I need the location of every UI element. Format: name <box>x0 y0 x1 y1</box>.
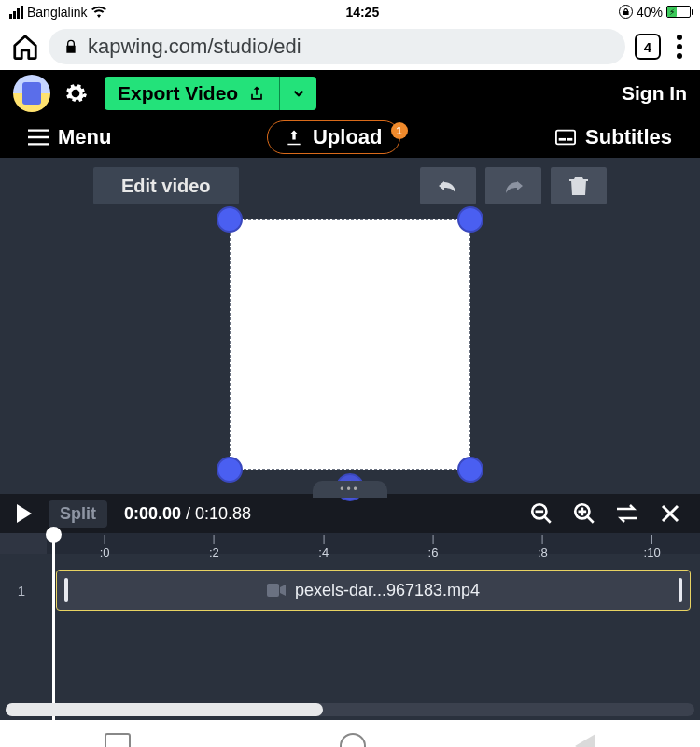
track-number: 1 <box>0 583 43 599</box>
nav-recents[interactable] <box>105 733 131 748</box>
zoom-in-icon <box>572 501 596 526</box>
nav-back[interactable] <box>575 734 595 748</box>
timeline-scrollbar[interactable] <box>6 703 694 716</box>
tab-subtitles[interactable]: Subtitles <box>555 125 672 149</box>
fit-button[interactable] <box>614 500 640 527</box>
hamburger-icon <box>28 129 49 146</box>
close-timeline-button[interactable] <box>657 500 683 527</box>
zoom-out-button[interactable] <box>528 500 554 527</box>
subtitles-icon <box>555 129 576 146</box>
resize-handle-tl[interactable] <box>217 206 243 233</box>
ruler-tick: :10 <box>644 535 661 559</box>
resize-handle-bl[interactable] <box>217 457 243 483</box>
upload-icon <box>285 128 303 147</box>
ruler-tick: :2 <box>209 535 219 559</box>
clip-trim-left[interactable] <box>64 578 68 602</box>
svg-rect-0 <box>556 131 575 145</box>
redo-icon <box>500 177 526 194</box>
ruler-tick: :0 <box>100 535 110 559</box>
export-button[interactable]: Export Video <box>105 77 279 110</box>
status-time: 14:25 <box>106 5 619 20</box>
canvas-content[interactable] <box>230 219 470 470</box>
video-icon <box>267 584 286 597</box>
zoom-out-icon <box>529 501 553 526</box>
zoom-in-button[interactable] <box>571 500 597 527</box>
android-nav-bar <box>0 720 700 747</box>
status-bar: Banglalink 14:25 🔒︎ 40% ⚡︎ <box>0 0 700 23</box>
ruler-tick: :4 <box>318 535 329 559</box>
export-dropdown[interactable] <box>279 77 316 110</box>
scrollbar-thumb[interactable] <box>6 703 323 716</box>
sign-in-link[interactable]: Sign In <box>622 82 687 105</box>
status-left: Banglalink <box>9 5 106 20</box>
nav-home[interactable] <box>340 733 366 748</box>
undo-button[interactable] <box>420 167 476 204</box>
signal-icon <box>9 6 23 19</box>
edit-video-button[interactable]: Edit video <box>93 167 239 204</box>
svg-rect-5 <box>267 584 279 597</box>
home-icon[interactable] <box>11 33 39 61</box>
timeline-clip[interactable]: pexels-dar...967183.mp4 <box>56 570 691 611</box>
time-display: 0:00.00 / 0:10.88 <box>124 504 251 524</box>
timeline: :0:2:4:6:8:10 1 pexels-dar...967183.mp4 <box>0 533 700 720</box>
resize-handle-tr[interactable] <box>457 206 483 233</box>
export-group: Export Video <box>105 77 316 110</box>
trash-icon <box>569 176 588 196</box>
play-button[interactable] <box>17 504 32 523</box>
app-header: Export Video Sign In Menu Upload <box>0 70 700 158</box>
canvas-stage[interactable] <box>224 214 476 475</box>
tab-subtitles-label: Subtitles <box>585 125 672 149</box>
tab-menu-label: Menu <box>58 125 111 149</box>
browser-chrome: kapwing.com/studio/edi 4 <box>0 23 700 70</box>
split-button[interactable]: Split <box>49 500 107 528</box>
share-icon <box>247 84 266 103</box>
status-right: 🔒︎ 40% ⚡︎ <box>619 5 691 20</box>
battery-icon: ⚡︎ <box>666 6 691 18</box>
resize-handle-br[interactable] <box>457 457 483 483</box>
tab-menu[interactable]: Menu <box>28 125 111 149</box>
export-label: Export Video <box>118 82 238 105</box>
lock-icon <box>63 38 78 55</box>
tab-count[interactable]: 4 <box>635 34 661 60</box>
gear-icon[interactable] <box>63 81 88 106</box>
rotation-lock-icon: 🔒︎ <box>619 5 633 19</box>
ruler-tick: :6 <box>428 535 439 559</box>
svg-rect-1 <box>559 138 566 141</box>
canvas-area: Edit video ••• <box>0 158 700 494</box>
tab-upload[interactable]: Upload 1 <box>267 120 400 154</box>
url-bar[interactable]: kapwing.com/studio/edi <box>49 29 625 64</box>
chevron-down-icon <box>290 85 307 102</box>
canvas-toolbar: Edit video <box>0 167 700 204</box>
upload-badge: 1 <box>391 122 408 139</box>
clip-label: pexels-dar...967183.mp4 <box>295 581 480 600</box>
timeline-ruler[interactable]: :0:2:4:6:8:10 <box>0 533 700 554</box>
ruler-tick: :8 <box>538 535 548 559</box>
redo-button[interactable] <box>485 167 541 204</box>
current-time: 0:00.00 <box>124 504 181 523</box>
delete-button[interactable] <box>551 167 607 204</box>
svg-rect-2 <box>567 138 573 141</box>
overflow-menu-icon[interactable] <box>670 35 689 59</box>
url-text: kapwing.com/studio/edi <box>88 35 301 59</box>
clip-trim-right[interactable] <box>679 578 682 602</box>
avatar[interactable] <box>13 75 50 112</box>
wifi-icon <box>91 6 106 19</box>
drag-handle[interactable]: ••• <box>313 481 387 498</box>
battery-pct: 40% <box>637 5 663 20</box>
carrier-label: Banglalink <box>27 5 88 20</box>
swap-icon <box>615 503 639 524</box>
close-icon <box>659 502 681 525</box>
timeline-track: 1 pexels-dar...967183.mp4 <box>0 569 700 612</box>
playhead[interactable] <box>52 533 55 720</box>
total-time: 0:10.88 <box>195 504 251 523</box>
tab-upload-label: Upload <box>313 125 383 149</box>
undo-icon <box>435 177 461 194</box>
